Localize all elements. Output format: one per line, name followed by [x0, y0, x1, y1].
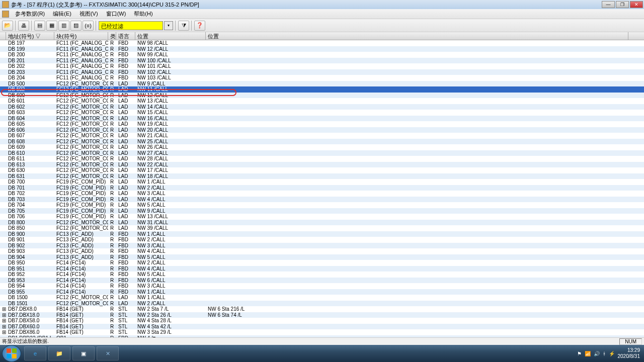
view3-button[interactable]: ▥ [58, 21, 69, 31]
open-button[interactable]: 📂 [2, 21, 13, 31]
table-row[interactable]: DB 200FC11 (FC_ANALOG_CO...RFBDNW 99 /CA… [0, 52, 644, 58]
table-row[interactable]: DB 703FC19 (FC_COM_PID)RLADNW 4 /CALL [0, 197, 644, 203]
taskbar-ie[interactable]: e [24, 346, 46, 360]
table-row[interactable]: DB 502FC12 (FC_MOTOR_CON...RLADNW 11 /CA… [0, 86, 644, 93]
table-row[interactable]: DB 630FC12 (FC_MOTOR_CON...RLADNW 17 /CA… [0, 167, 644, 173]
tree-icon: ▥ [61, 22, 66, 29]
table-row[interactable]: DB 201FC11 (FC_ANALOG_CO...RFBDNW 100 /C… [0, 58, 644, 64]
funnel-icon: ⧩ [182, 22, 186, 29]
table-row[interactable]: ⊞DB7.DBX8.0FB14 (GET)RSTLNW 2 Sta 7 /LNW… [0, 306, 644, 312]
svg-rect-3 [12, 354, 17, 358]
windows-icon [6, 348, 17, 359]
tray-clock[interactable]: 13:292020/8/31 [618, 347, 640, 359]
table-row[interactable]: DB 800FC12 (FC_MOTOR_CON...RLADNW 31 /CA… [0, 220, 644, 226]
view4-button[interactable]: ▨ [70, 21, 82, 31]
tray[interactable]: ⚑ 📶 🔊 ᚼ ⚡ 13:292020/8/31 [577, 347, 645, 359]
table-row[interactable]: DB 902FC13 (FC_ADD)RFBDNW 3 /CALL [0, 243, 644, 249]
header-lang[interactable]: 语言 [116, 32, 135, 40]
table-row[interactable]: DB 606FC12 (FC_MOTOR_CON...RLADNW 20 /CA… [0, 127, 644, 133]
table-row[interactable]: ⊞DB7.DBX86.0FB14 (GET)RSTLNW 3 Sta 29 /L [0, 329, 644, 335]
table-row[interactable]: DB 951FC14 (FC14)RFBDNW 4 /CALL [0, 266, 644, 272]
table-row[interactable]: DB 601FC12 (FC_MOTOR_CON...RLADNW 13 /CA… [0, 98, 644, 104]
table-row[interactable]: DB 903FC13 (FC_ADD)RFBDNW 4 /CALL [0, 248, 644, 254]
table-row[interactable]: DB 704FC19 (FC_COM_PID)RLADNW 5 /CALL [0, 202, 644, 208]
table-row[interactable]: DB 950FC14 (FC14)RFBDNW 2 /CALL [0, 260, 644, 266]
table-row[interactable]: DB 602FC12 (FC_MOTOR_CON...RLADNW 14 /CA… [0, 104, 644, 110]
taskbar-explorer[interactable]: 📁 [48, 346, 70, 360]
taskbar-app2[interactable]: ✕ [97, 346, 119, 360]
table-row[interactable]: DB 610FC12 (FC_MOTOR_CON...RLADNW 27 /CA… [0, 150, 644, 156]
menu-window[interactable]: 窗口(W) [102, 9, 130, 19]
table-row[interactable]: ⊞DB7.DBX58.0FB14 (GET)RSTLNW 4 Sta 28 /L [0, 318, 644, 324]
table-row[interactable]: DB 604FC12 (FC_MOTOR_CON...RLADNW 16 /CA… [0, 116, 644, 122]
header-block[interactable]: 块(符号) [54, 32, 108, 40]
folder-icon: 📁 [56, 350, 63, 357]
menu-edit[interactable]: 编辑(E) [49, 9, 75, 19]
menu-ref[interactable]: 参考数据(R) [11, 9, 49, 19]
table-row[interactable]: DB 700FC19 (FC_COM_PID)RLADNW 1 /CALL [0, 179, 644, 185]
table-row[interactable]: DB 953FC14 (FC14)RFBDNW 6 /CALL [0, 278, 644, 284]
tray-sound-icon: 🔊 [594, 351, 600, 356]
toolbar: 📂 🖶 ▤ ▦ ▥ ▨ (≡) 已经过滤 ▾ ⧩ ❓ [0, 19, 644, 32]
status-message: 将显示过滤后的数据. [2, 338, 49, 345]
funnel-button[interactable]: ⧩ [178, 21, 189, 31]
table-row[interactable]: DB 952FC14 (FC14)RFBDNW 5 /CALL [0, 272, 644, 278]
table-row[interactable]: DB 199FC11 (FC_ANALOG_CO...RFBDNW 12 /CA… [0, 46, 644, 52]
menu-help[interactable]: 帮助(H) [130, 9, 156, 19]
table-row[interactable]: DB 702FC19 (FC_COM_PID)RLADNW 3 /CALL [0, 191, 644, 197]
table-row[interactable]: DB 701FC19 (FC_COM_PID)RLADNW 2 /CALL [0, 185, 644, 191]
table-row[interactable]: DB 202FC11 (FC_ANALOG_CO...RFBDNW 101 /C… [0, 63, 644, 69]
table-row[interactable]: DB 900FC13 (FC_ADD)RFBDNW 1 /CALL [0, 231, 644, 237]
table-row[interactable]: DB 631FC12 (FC_MOTOR_CON...RLADNW 18 /CA… [0, 173, 644, 179]
tray-bt-icon: ᚼ [603, 351, 606, 356]
paren-button[interactable]: (≡) [83, 21, 94, 31]
table-row[interactable]: DB 500FC12 (FC_MOTOR_CON...RLADNW 9 /CAL… [0, 81, 644, 87]
minimize-button[interactable]: — [602, 1, 615, 8]
table-row[interactable]: ⊞DB7.DBX60.0FB14 (GET)RSTLNW 4 Sta 42 /L [0, 324, 644, 330]
tray-flag-icon: ⚑ [577, 351, 582, 356]
header-loc2[interactable]: 位置 [206, 32, 628, 40]
table-row[interactable]: DB 954FC14 (FC14)RFBDNW 3 /CALL [0, 283, 644, 289]
app2-icon: ✕ [106, 350, 110, 357]
close-button[interactable]: ✕ [630, 1, 643, 8]
header-type[interactable]: 类 [108, 32, 116, 40]
data-grid[interactable]: DB 197FC11 (FC_ANALOG_CO...RFBDNW 98 /CA… [0, 40, 644, 342]
start-button[interactable] [2, 345, 21, 362]
table-row[interactable]: ⊞DB7.DBX18.0FB14 (GET)RSTLNW 2 Sta 26 /L… [0, 312, 644, 318]
table-row[interactable]: DB 901FC13 (FC_ADD)RFBDNW 2 /CALL [0, 237, 644, 243]
print-button[interactable]: 🖶 [18, 21, 29, 31]
table-row[interactable]: DB 850FC12 (FC_MOTOR_CON...RLADNW 39 /CA… [0, 225, 644, 231]
table-row[interactable]: DB 603FC12 (FC_MOTOR_CON...RLADNW 15 /CA… [0, 110, 644, 116]
maximize-button[interactable]: ❐ [616, 1, 629, 8]
grid-icon: ▦ [49, 22, 54, 29]
svg-rect-2 [7, 354, 11, 358]
table-row[interactable]: DB 955FC14 (FC14)RFBDNW 1 /CALL [0, 289, 644, 295]
table-row[interactable]: DB 609FC12 (FC_MOTOR_CON...RLADNW 26 /CA… [0, 144, 644, 150]
table-row[interactable]: DB 605FC12 (FC_MOTOR_CON...RLADNW 19 /CA… [0, 121, 644, 127]
app-icon [2, 1, 9, 8]
filter-dropdown[interactable]: 已经过滤 [99, 21, 163, 30]
view2-button[interactable]: ▦ [46, 21, 57, 31]
table-row[interactable]: DB 608FC12 (FC_MOTOR_CON...RLADNW 25 /CA… [0, 139, 644, 145]
table-row[interactable]: DB 904FC13 (FC_ADD)RFBDNW 5 /CALL [0, 254, 644, 260]
taskbar-app1[interactable]: ▣ [72, 346, 95, 360]
table-row[interactable]: DB 1501FC12 (FC_MOTOR_CON...RLADNW 2 /CA… [0, 301, 644, 307]
help-button[interactable]: ❓ [194, 21, 205, 31]
table-row[interactable]: DB 197FC11 (FC_ANALOG_CO...RFBDNW 98 /CA… [0, 40, 644, 46]
filter-caret[interactable]: ▾ [164, 21, 173, 30]
table-row[interactable]: DB 1500FC12 (FC_MOTOR_CON...RLADNW 1 /CA… [0, 295, 644, 301]
table-row[interactable]: DB 611FC12 (FC_MOTOR_CON...RLADNW 28 /CA… [0, 156, 644, 162]
header-addr[interactable]: 地址(符号) ▽ [6, 32, 54, 40]
table-row[interactable]: DB 706FC19 (FC_COM_PID)RLADNW 13 /CALL [0, 214, 644, 220]
table-row[interactable]: DB 607FC12 (FC_MOTOR_CON...RLADNW 21 /CA… [0, 133, 644, 139]
table-row[interactable]: DB 705FC19 (FC_COM_PID)RLADNW 9 /CALL [0, 208, 644, 214]
table-row[interactable]: DB 203FC11 (FC_ANALOG_CO...RFBDNW 102 /C… [0, 69, 644, 75]
taskbar: e 📁 ▣ ✕ ⚑ 📶 🔊 ᚼ ⚡ 13:292020/8/31 [0, 345, 644, 362]
table-row[interactable]: DB 204FC11 (FC_ANALOG_CO...RFBDNW 103 /C… [0, 75, 644, 81]
print-icon: 🖶 [21, 23, 27, 29]
table-row[interactable]: DB 613FC12 (FC_MOTOR_CON...RLADNW 22 /CA… [0, 162, 644, 168]
table-row[interactable]: DB 600FC12 (FC_MOTOR_CON...RLADNW 12 /CA… [0, 93, 644, 99]
view1-button[interactable]: ▤ [34, 21, 45, 31]
header-loc[interactable]: 位置 [135, 32, 206, 40]
menu-view[interactable]: 视图(V) [75, 9, 102, 19]
